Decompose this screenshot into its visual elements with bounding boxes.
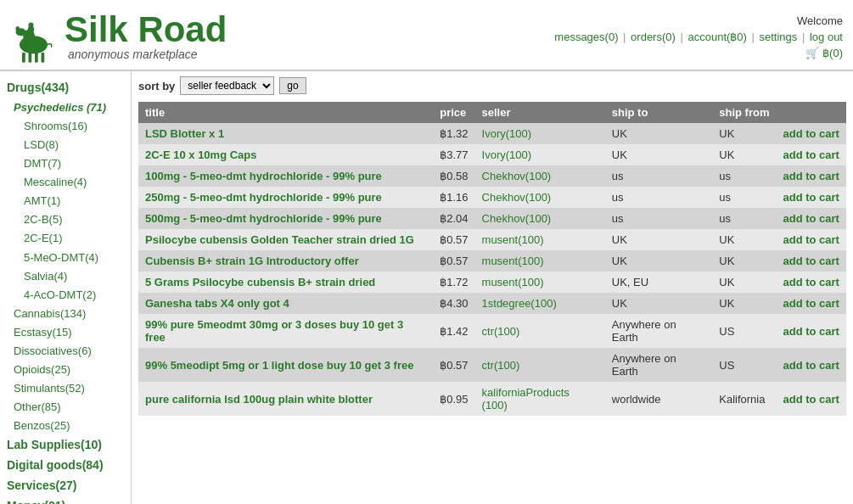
listing-title-link[interactable]: 100mg - 5-meo-dmt hydrochloride - 99% pu… bbox=[145, 170, 382, 182]
seller-link[interactable]: musent(100) bbox=[482, 276, 544, 288]
nav-orders[interactable]: orders(0) bbox=[631, 31, 676, 43]
listing-title-link[interactable]: 99% 5meodipt 5mg or 1 light dose buy 10 … bbox=[145, 359, 413, 372]
add-to-cart-button[interactable]: add to cart bbox=[783, 127, 839, 140]
ship-to-cell: us bbox=[605, 165, 712, 187]
add-to-cart-button[interactable]: add to cart bbox=[783, 255, 839, 267]
ship-from-cell: us bbox=[712, 165, 776, 187]
sidebar-item[interactable]: 5-MeO-DMT(4) bbox=[24, 249, 127, 267]
sidebar-item[interactable]: Mescaline(4) bbox=[24, 173, 127, 192]
price-cell: ฿1.72 bbox=[433, 272, 474, 293]
nav-divider3: | bbox=[752, 31, 758, 43]
sidebar-item[interactable]: DMT(7) bbox=[24, 154, 127, 173]
add-to-cart-button[interactable]: add to cart bbox=[783, 191, 839, 204]
svg-point-10 bbox=[29, 23, 34, 28]
action-cell: add to cart bbox=[776, 187, 846, 208]
price-cell: ฿0.57 bbox=[433, 229, 474, 250]
action-cell: add to cart bbox=[776, 144, 846, 165]
sort-by-label: sort by bbox=[138, 80, 175, 92]
sidebar-item[interactable]: Services(27) bbox=[7, 476, 127, 496]
nav-settings[interactable]: settings bbox=[760, 31, 798, 43]
ship-from-cell: us bbox=[712, 208, 776, 229]
add-to-cart-button[interactable]: add to cart bbox=[783, 325, 839, 338]
sidebar-item[interactable]: Digital goods(84) bbox=[7, 456, 127, 476]
listing-title-link[interactable]: Cubensis B+ strain 1G Introductory offer bbox=[145, 255, 359, 267]
seller-link[interactable]: musent(100) bbox=[482, 255, 544, 267]
table-body: LSD Blotter x 1฿1.32Ivory(100)UKUKadd to… bbox=[138, 123, 846, 416]
table-header-cell bbox=[776, 102, 846, 123]
table-row: 100mg - 5-meo-dmt hydrochloride - 99% pu… bbox=[138, 165, 846, 187]
listing-title-link[interactable]: Ganesha tabs X4 only got 4 bbox=[145, 297, 289, 310]
sort-select[interactable]: seller feedbackprice lowprice highnewest bbox=[180, 76, 274, 95]
action-cell: add to cart bbox=[776, 314, 846, 348]
add-to-cart-button[interactable]: add to cart bbox=[783, 393, 839, 406]
sidebar-item[interactable]: Dissociatives(6) bbox=[14, 342, 127, 361]
listing-title-link[interactable]: 500mg - 5-meo-dmt hydrochloride - 99% pu… bbox=[145, 212, 382, 225]
add-to-cart-button[interactable]: add to cart bbox=[783, 359, 839, 372]
sort-go-button[interactable]: go bbox=[279, 77, 306, 94]
add-to-cart-button[interactable]: add to cart bbox=[783, 170, 839, 182]
nav-messages[interactable]: messages(0) bbox=[554, 31, 618, 43]
price-cell: ฿1.16 bbox=[433, 187, 474, 208]
sidebar-item[interactable]: LSD(8) bbox=[24, 136, 127, 154]
seller-link[interactable]: ctr(100) bbox=[482, 359, 520, 372]
title-cell: 5 Grams Psilocybe cubensis B+ strain dri… bbox=[138, 272, 433, 293]
seller-cell: musent(100) bbox=[475, 272, 605, 293]
seller-link[interactable]: kaliforniaProducts (100) bbox=[482, 386, 570, 412]
sidebar-item[interactable]: Stimulants(52) bbox=[14, 379, 127, 398]
seller-link[interactable]: Chekhov(100) bbox=[482, 191, 552, 204]
add-to-cart-button[interactable]: add to cart bbox=[783, 297, 839, 310]
sidebar-item[interactable]: Psychedelics (71) bbox=[14, 98, 127, 117]
ship-to-cell: UK, EU bbox=[605, 272, 712, 293]
ship-to-cell: us bbox=[605, 208, 712, 229]
add-to-cart-button[interactable]: add to cart bbox=[783, 276, 839, 288]
listing-title-link[interactable]: LSD Blotter x 1 bbox=[145, 127, 224, 140]
listing-title-link[interactable]: 99% pure 5meodmt 30mg or 3 doses buy 10 … bbox=[145, 318, 403, 344]
seller-link[interactable]: Ivory(100) bbox=[482, 148, 532, 161]
listing-title-link[interactable]: pure california lsd 100ug plain white bl… bbox=[145, 393, 373, 406]
sidebar-item[interactable]: Drugs(434) bbox=[7, 78, 127, 98]
seller-link[interactable]: Chekhov(100) bbox=[482, 212, 552, 225]
seller-cell: 1stdegree(100) bbox=[475, 293, 605, 314]
table-row: Cubensis B+ strain 1G Introductory offer… bbox=[138, 250, 846, 272]
sidebar-item[interactable]: Cannabis(134) bbox=[14, 305, 127, 323]
sidebar-item[interactable]: Opioids(25) bbox=[14, 361, 127, 379]
sidebar-item[interactable]: 2C-B(5) bbox=[24, 210, 127, 229]
svg-point-8 bbox=[16, 26, 20, 31]
sidebar-item[interactable]: Benzos(25) bbox=[14, 417, 127, 435]
seller-link[interactable]: 1stdegree(100) bbox=[482, 297, 557, 310]
sidebar-item[interactable]: Shrooms(16) bbox=[24, 117, 127, 136]
sidebar-item[interactable]: Ecstasy(15) bbox=[14, 323, 127, 342]
listing-title-link[interactable]: 5 Grams Psilocybe cubensis B+ strain dri… bbox=[145, 276, 375, 288]
sidebar-item[interactable]: Other(85) bbox=[14, 398, 127, 417]
listing-title-link[interactable]: 2C-E 10 x 10mg Caps bbox=[145, 148, 257, 161]
add-to-cart-button[interactable]: add to cart bbox=[783, 212, 839, 225]
sidebar-item[interactable]: Salvia(4) bbox=[24, 267, 127, 286]
table-row: 99% pure 5meodmt 30mg or 3 doses buy 10 … bbox=[138, 314, 846, 348]
add-to-cart-button[interactable]: add to cart bbox=[783, 148, 839, 161]
seller-link[interactable]: Chekhov(100) bbox=[482, 170, 552, 182]
sidebar-item[interactable]: AMT(1) bbox=[24, 192, 127, 210]
seller-link[interactable]: ctr(100) bbox=[482, 325, 520, 338]
ship-to-cell: us bbox=[605, 187, 712, 208]
seller-link[interactable]: musent(100) bbox=[482, 233, 544, 246]
sidebar-item[interactable]: Lab Supplies(10) bbox=[7, 435, 127, 456]
listing-title-link[interactable]: 250mg - 5-meo-dmt hydrochloride - 99% pu… bbox=[145, 191, 382, 204]
title-cell: 250mg - 5-meo-dmt hydrochloride - 99% pu… bbox=[138, 187, 433, 208]
table-header-cell: price bbox=[433, 102, 474, 123]
action-cell: add to cart bbox=[776, 250, 846, 272]
price-cell: ฿0.95 bbox=[433, 382, 474, 416]
nav-account[interactable]: account(฿0) bbox=[687, 31, 746, 43]
nav-logout[interactable]: log out bbox=[810, 31, 843, 43]
action-cell: add to cart bbox=[776, 229, 846, 250]
sidebar-item[interactable]: 4-AcO-DMT(2) bbox=[24, 286, 127, 305]
sidebar-item[interactable]: Money(21) bbox=[7, 496, 127, 504]
seller-link[interactable]: Ivory(100) bbox=[482, 127, 532, 140]
cart-value: ฿(0) bbox=[822, 47, 843, 59]
add-to-cart-button[interactable]: add to cart bbox=[783, 233, 839, 246]
listing-title-link[interactable]: Psilocybe cubensis Golden Teacher strain… bbox=[145, 233, 414, 246]
table-header-cell: ship to bbox=[605, 102, 712, 123]
seller-cell: Chekhov(100) bbox=[475, 208, 605, 229]
table-row: 99% 5meodipt 5mg or 1 light dose buy 10 … bbox=[138, 348, 846, 382]
sidebar-item[interactable]: 2C-E(1) bbox=[24, 229, 127, 248]
cart-link[interactable]: 🛒 ฿(0) bbox=[805, 47, 843, 59]
